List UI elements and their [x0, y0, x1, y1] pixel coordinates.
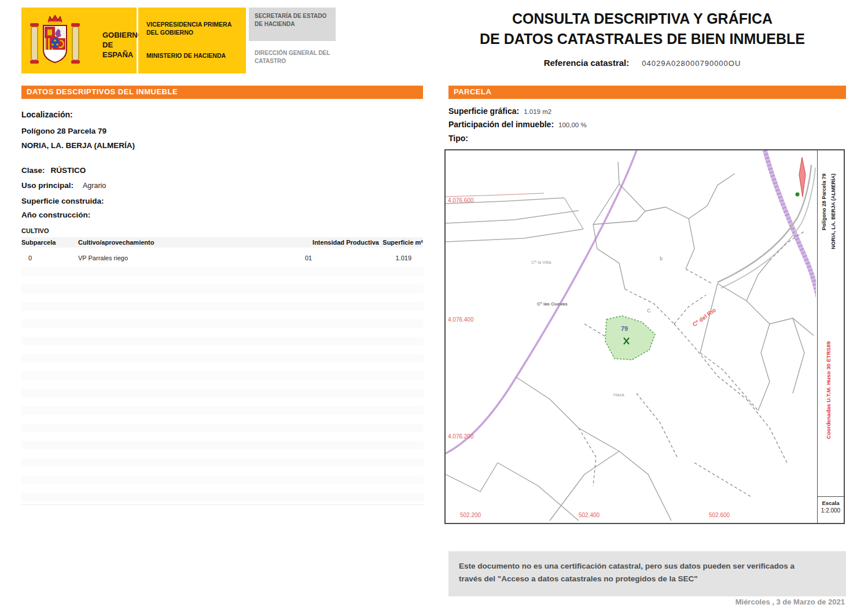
ministerio-text: MINISTERIO DE HACIENDA: [146, 51, 239, 60]
section-datos-descriptivos: DATOS DESCRIPTIVOS DEL INMUEBLE: [21, 86, 423, 99]
road-name-label: Cº del Río: [692, 307, 717, 328]
superficie-grafica-value: 1.019 m2: [524, 108, 551, 115]
title-line2: DE DATOS CATASTRALES DE BIEN INMUEBLE: [451, 31, 833, 47]
parcel-line: [707, 174, 735, 206]
localizacion-label: Localización:: [21, 110, 73, 119]
parcel-line: [564, 198, 583, 229]
cultivo-table-row: 0 VP Parrales riego 01 1.019: [21, 252, 423, 264]
strip-location-line1: Polígono 28 Parcela 79: [821, 174, 827, 230]
participacion-row: Participación del inmueble: 100,00 %: [448, 120, 587, 129]
col-subparcela: Subparcela: [21, 239, 78, 246]
ministerio-logo-block: VICEPRESIDENCIA PRIMERA DEL GOBIERNO MIN…: [138, 8, 246, 73]
coord-left-3: 4.076.200: [448, 433, 474, 440]
participacion-value: 100,00 %: [558, 121, 587, 128]
coord-bottom-2: 502.400: [579, 512, 600, 518]
clase-row: Clase: RÚSTICO: [21, 166, 86, 175]
title-line1: CONSULTA DESCRIPTIVA Y GRÁFICA: [451, 10, 833, 27]
parcel-line-red: [446, 193, 544, 197]
parcel-dashed-line: [674, 324, 746, 399]
vicepresidencia-text: VICEPRESIDENCIA PRIMERA DEL GOBIERNO: [146, 20, 239, 36]
tipo-label: Tipo:: [448, 134, 468, 143]
col-cultivo: Cultivo/aprovechamiento: [78, 239, 273, 246]
disclaimer-line1: Este documento no es una certificación c…: [459, 560, 836, 573]
parcel-dashed-line: [746, 399, 787, 463]
cadastral-map: 79 4.076.600 4.076.400 4.076.200 502.200…: [444, 149, 845, 524]
parcel-line: [619, 451, 671, 521]
cell-intensidad: 01: [273, 255, 379, 261]
coord-bottom-1: 502.200: [460, 512, 481, 518]
gobierno-line2: DE ESPAÑA: [102, 40, 144, 60]
gobierno-text: GOBIERNO DE ESPAÑA: [102, 31, 144, 60]
scale-label: Escala: [818, 500, 844, 506]
map-side-strip: Polígono 28 Parcela 79 NORIA, LA. BERJA …: [817, 150, 844, 523]
participacion-label: Participación del inmueble:: [448, 120, 554, 129]
cultivo-table-header: Subparcela Cultivo/aprovechamiento Inten…: [21, 237, 423, 248]
cadastral-reference: Referencia catastral: 04029A028000790000…: [451, 58, 833, 68]
uso-value: Agrario: [83, 182, 106, 190]
scale-box: Escala 1:2.000: [818, 496, 844, 523]
parcel-dashed-line: [694, 463, 752, 497]
parcel-line: [446, 211, 579, 223]
parcel-line: [618, 162, 619, 184]
clase-value: RÚSTICO: [51, 166, 86, 175]
place-label: Haza: [613, 392, 624, 397]
superficie-grafica-row: Superficie gráfica: 1.019 m2: [448, 106, 551, 116]
strip-location-line2: NORIA, LA. BERJA (ALMERÍA): [830, 174, 836, 249]
gobierno-line1: GOBIERNO: [102, 31, 144, 40]
cultivo-title: CULTIVO: [21, 227, 49, 234]
col-intensidad: Intensidad Productiva: [273, 239, 379, 246]
parcel-number-label: 79: [621, 325, 628, 332]
parcel-line: [498, 463, 579, 521]
spain-coat-of-arms-icon: [30, 14, 80, 67]
parcel-line: [645, 206, 707, 219]
col-superficie: Superficie m²: [379, 239, 423, 246]
coord-bottom-3: 502.600: [709, 512, 730, 518]
coord-left-1: 4.076.600: [448, 197, 474, 204]
green-dot-marker: [796, 193, 800, 197]
parcel-dashed-line: [686, 269, 712, 283]
parcel-line: [793, 318, 804, 393]
parcel-line: [446, 229, 583, 242]
uso-label: Uso principal:: [21, 181, 73, 190]
localizacion-municipio: NORIA, LA. BERJA (ALMERÍA): [21, 141, 135, 150]
document-date: Miércoles , 3 de Marzo de 2021: [602, 598, 845, 606]
strip-coordinates-text: Coordenadas U.T.M. Huso 30 ETRS89: [825, 341, 832, 439]
clase-label: Clase:: [21, 166, 45, 175]
place-label: Cº la Villa: [531, 260, 551, 265]
parcel-line: [718, 283, 814, 336]
localizacion-poligono: Polígono 28 Parcela 79: [21, 127, 106, 135]
disclaimer-line2: través del "Acceso a datos catastrales n…: [459, 573, 836, 585]
document-title: CONSULTA DESCRIPTIVA Y GRÁFICA DE DATOS …: [451, 10, 833, 47]
superficie-construida-label: Superficie construida:: [21, 197, 104, 205]
superficie-grafica-label: Superficie gráfica:: [448, 106, 519, 116]
anio-construccion-label: Año construcción:: [21, 211, 90, 219]
disclaimer-box: Este documento no es una certificación c…: [448, 551, 846, 596]
parcel-line: [446, 463, 498, 492]
gobierno-logo-block: GOBIERNO DE ESPAÑA: [21, 8, 137, 73]
parcel-dashed-line: [700, 353, 758, 411]
parcel-line: [579, 428, 619, 451]
parcel-line: [746, 260, 770, 301]
subject-parcel-polygon: [605, 316, 655, 360]
section-parcela: PARCELA: [448, 86, 846, 99]
reference-label: Referencia catastral:: [544, 58, 630, 68]
cell-subparcela: 0: [21, 255, 78, 261]
place-label: Cº las Cuevas: [537, 301, 568, 307]
parcel-line: [516, 377, 579, 428]
empty-table-stripes: [21, 267, 424, 505]
uso-row: Uso principal: Agrario: [21, 181, 106, 190]
direccion-general-text: DIRECCIÓN GENERAL DEL CATASTRO: [255, 49, 336, 65]
place-label: C: [647, 308, 651, 314]
parcel-line: [758, 324, 770, 411]
red-road-marker: [799, 157, 806, 197]
cell-superficie: 1.019: [379, 255, 423, 261]
scale-value: 1:2.000: [818, 507, 844, 514]
place-label: b: [660, 256, 663, 261]
road-line-1: [718, 165, 811, 282]
coord-left-2: 4.076.400: [448, 316, 474, 323]
cadastral-document-page: GOBIERNO DE ESPAÑA VICEPRESIDENCIA PRIME…: [0, 0, 868, 612]
cell-cultivo: VP Parrales riego: [78, 255, 273, 261]
secretaria-box: SECRETARÍA DE ESTADO DE HACIENDA: [249, 8, 336, 41]
parcel-line: [550, 451, 619, 521]
parcel-dashed-line: [637, 393, 677, 457]
